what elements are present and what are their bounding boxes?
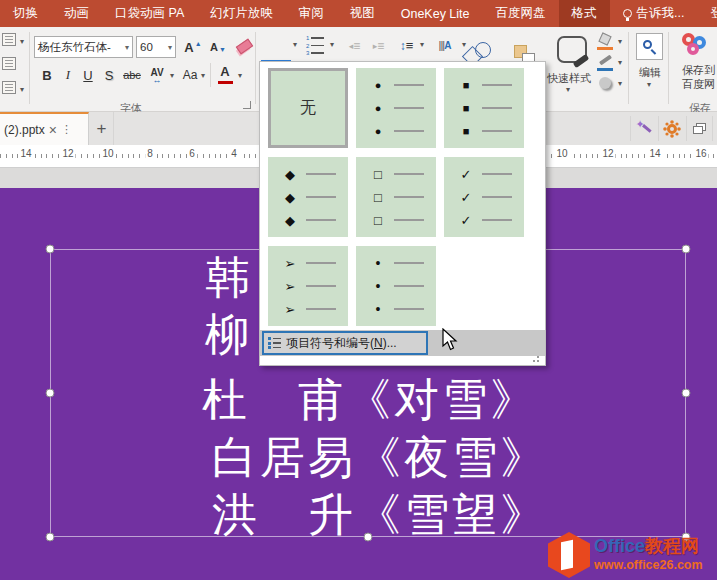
shape-outline-swatch <box>597 68 613 71</box>
increase-indent-button[interactable]: ▸≡ <box>367 36 389 56</box>
tell-me-label: 告诉我... <box>637 5 685 22</box>
tab-view[interactable]: 视图 <box>337 0 388 27</box>
settings-button[interactable] <box>658 116 684 141</box>
tab-tell-me[interactable]: 告诉我... <box>610 0 698 27</box>
bullet-option-filled-circle[interactable]: ● ● ● <box>356 68 436 148</box>
chevron-down-icon[interactable]: ▾ <box>238 71 242 80</box>
document-title: (2).pptx <box>4 123 45 137</box>
resize-handle-bottom-left[interactable] <box>46 533 55 542</box>
close-icon[interactable]: × <box>49 122 57 138</box>
more-options-icon[interactable]: ⋮ <box>61 123 72 136</box>
font-size-combobox[interactable]: 60▾ <box>136 36 176 58</box>
bullet-option-arrow[interactable]: ➢ ➢ ➢ <box>268 246 348 326</box>
resize-grip-icon[interactable] <box>531 356 539 362</box>
shape-fill-button[interactable] <box>596 31 614 47</box>
ribbon-tab-bar: 切换 动画 口袋动画 PA 幻灯片放映 审阅 视图 OneKey Lite 百度… <box>0 0 717 27</box>
bullet-option-diamond[interactable]: ◆ ◆ ◆ <box>268 157 348 237</box>
resize-handle-top-right[interactable] <box>682 245 691 254</box>
tab-animations[interactable]: 动画 <box>51 0 102 27</box>
ruler-number: 14 <box>647 148 662 159</box>
shape-effects-button[interactable] <box>596 74 614 92</box>
bullet-option-filled-square[interactable]: ■ ■ ■ <box>444 68 524 148</box>
shape-fill-swatch <box>597 47 613 50</box>
chevron-down-icon[interactable]: ▾ <box>20 37 24 46</box>
slide-text-line[interactable]: 柳 <box>205 305 253 365</box>
chevron-down-icon[interactable]: ▾ <box>618 79 622 88</box>
editing-label[interactable]: 编辑 <box>639 65 661 80</box>
watermark-brand-en: Office <box>594 536 645 556</box>
chevron-down-icon[interactable]: ▾ <box>420 40 424 49</box>
tab-format[interactable]: 格式 <box>559 0 610 27</box>
chevron-down-icon[interactable]: ▾ <box>618 37 622 46</box>
slide-text-line[interactable]: 韩 <box>205 248 253 308</box>
chevron-down-icon[interactable]: ▾ <box>170 71 174 80</box>
numbering-button[interactable]: 1 2 3 <box>303 33 327 58</box>
line-spacing-button[interactable]: ↕≡ <box>394 33 418 58</box>
chevron-down-icon[interactable]: ▾ <box>201 71 205 80</box>
character-spacing-button[interactable]: AV ↔ <box>146 62 168 88</box>
font-size-value: 60 <box>140 41 153 53</box>
menu-item-label: 项目符号和编号(N)... <box>286 335 397 352</box>
slide-text-line[interactable]: 白居易《夜雪》 <box>212 428 548 488</box>
watermark: Office教程网 www.office26.com <box>548 530 717 580</box>
slide-text-line[interactable]: 洪 升《雪望》 <box>212 485 548 545</box>
bullet-option-none[interactable]: 无 <box>268 68 348 148</box>
ruler-number: 12 <box>60 148 75 159</box>
clear-formatting-button[interactable] <box>233 34 255 58</box>
watermark-brand-zh: 教程网 <box>645 536 699 556</box>
decrease-indent-button[interactable]: ◂≡ <box>343 36 365 56</box>
shape-outline-button[interactable] <box>596 53 614 67</box>
tab-pocket-animation[interactable]: 口袋动画 PA <box>102 0 197 27</box>
font-color-button[interactable]: A <box>216 62 234 80</box>
clipped-toolbar-icon[interactable] <box>712 116 717 141</box>
italic-button[interactable]: I <box>60 64 76 86</box>
left-ribbon-icon-2[interactable] <box>2 57 16 70</box>
font-dialog-launcher-icon[interactable] <box>243 101 251 109</box>
slide-text-line[interactable]: 杜 甫《对雪》 <box>202 370 538 430</box>
bold-button[interactable]: B <box>38 64 56 86</box>
quick-styles-button[interactable] <box>550 31 594 67</box>
sign-in-button[interactable]: 登录 <box>697 0 717 27</box>
text-shadow-button[interactable]: S <box>100 64 118 86</box>
quick-styles-label[interactable]: 快速样式 <box>547 71 591 86</box>
ruler-number: 6 <box>187 148 197 159</box>
powerpoint-window: 切换 动画 口袋动画 PA 幻灯片放映 审阅 视图 OneKey Lite 百度… <box>0 0 717 580</box>
resize-handle-middle-right[interactable] <box>682 389 691 398</box>
chevron-down-icon[interactable]: ▾ <box>647 80 651 89</box>
tab-review[interactable]: 审阅 <box>286 0 337 27</box>
editing-button[interactable] <box>636 33 663 60</box>
document-tab[interactable]: (2).pptx × ⋮ <box>0 112 89 145</box>
watermark-url: www.office26.com <box>594 558 703 572</box>
tab-transitions[interactable]: 切换 <box>0 0 51 27</box>
strikethrough-button[interactable]: abc <box>120 64 144 86</box>
magic-wand-icon: ✦ <box>636 121 652 137</box>
change-case-button[interactable]: Aa <box>180 64 200 86</box>
resize-handle-top-left[interactable] <box>46 245 55 254</box>
magic-wand-button[interactable]: ✦ <box>630 116 656 141</box>
resize-handle-middle-left[interactable] <box>46 389 55 398</box>
chevron-down-icon[interactable]: ▾ <box>618 58 622 67</box>
new-tab-button[interactable]: + <box>90 112 114 145</box>
bullets-dropdown-arrow[interactable]: ▾ <box>293 40 297 49</box>
grow-font-button[interactable]: A▲ <box>182 36 204 58</box>
chevron-down-icon[interactable]: ▾ <box>330 40 334 49</box>
shrink-font-button[interactable]: A▼ <box>207 36 229 58</box>
left-ribbon-icon-1[interactable] <box>2 33 16 46</box>
left-ribbon-icon-3[interactable] <box>2 81 16 94</box>
bullets-and-numbering-menu-item[interactable]: 项目符号和编号(N)... <box>262 331 428 355</box>
cascade-windows-button[interactable] <box>686 116 712 141</box>
tab-slideshow[interactable]: 幻灯片放映 <box>197 0 286 27</box>
bullet-option-hollow-square[interactable]: □ □ □ <box>356 157 436 237</box>
save-to-baidu-button[interactable] <box>678 30 714 62</box>
bullet-option-small-dot[interactable]: • • • <box>356 246 436 326</box>
ruler-number: 10 <box>100 148 115 159</box>
chevron-down-icon[interactable]: ▾ <box>20 85 24 94</box>
underline-button[interactable]: U <box>79 64 97 86</box>
tab-baidu-netdisk[interactable]: 百度网盘 <box>483 0 559 27</box>
tab-onekey-lite[interactable]: OneKey Lite <box>388 0 483 27</box>
resize-handle-bottom-center[interactable] <box>364 533 373 542</box>
font-name-combobox[interactable]: 杨任东竹石体-▾ <box>34 36 133 58</box>
chevron-down-icon[interactable]: ▾ <box>566 85 570 94</box>
font-color-swatch <box>218 81 233 84</box>
bullet-option-checkmark[interactable]: ✓ ✓ ✓ <box>444 157 524 237</box>
